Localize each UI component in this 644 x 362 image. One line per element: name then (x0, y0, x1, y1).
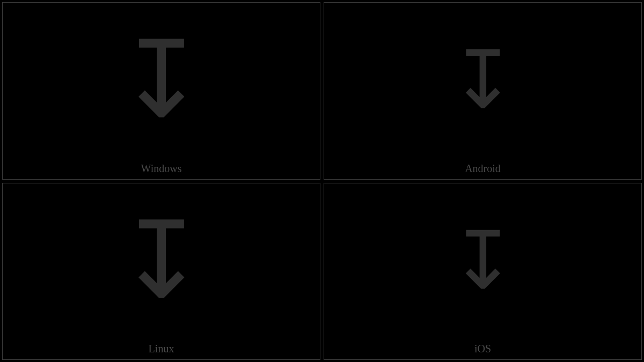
platform-label: Windows (141, 162, 182, 175)
platform-label: Android (465, 162, 501, 175)
down-arrow-to-bar-icon: ↧ (116, 26, 207, 134)
cell-linux: ↧ Linux (2, 183, 320, 360)
cell-windows: ↧ Windows (2, 2, 320, 180)
down-arrow-to-bar-icon: ↧ (449, 220, 517, 301)
platform-label: Linux (149, 343, 174, 355)
down-arrow-to-bar-icon: ↧ (449, 40, 517, 120)
cell-ios: ↧ iOS (324, 183, 642, 360)
glyph-comparison-grid: ↧ Windows ↧ Android ↧ Linux ↧ iOS (0, 0, 644, 362)
cell-android: ↧ Android (324, 2, 642, 180)
platform-label: iOS (474, 343, 491, 355)
down-arrow-to-bar-icon: ↧ (116, 207, 207, 314)
